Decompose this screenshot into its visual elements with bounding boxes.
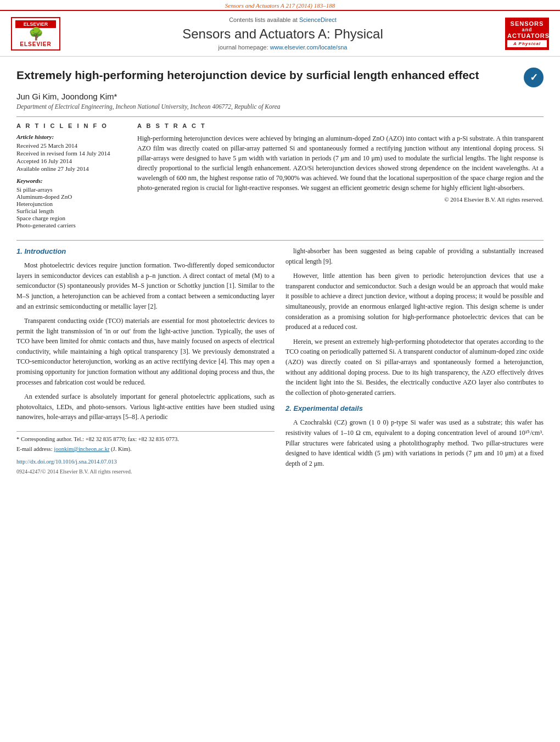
article-meta-section: A R T I C L E I N F O Article history: R…: [16, 116, 544, 229]
keyword-5: Space charge region: [16, 215, 126, 221]
footnote-area: * Corresponding author. Tel.: +82 32 835…: [16, 431, 275, 476]
section1-para1: Most photoelectric devices require junct…: [16, 260, 275, 311]
section1-para2: Transparent conducting oxide (TCO) mater…: [16, 316, 275, 387]
journal-logo-text: SENSORS and ACTUATORS A Physical: [505, 18, 549, 50]
journal-homepage: journal homepage: www.elsevier.com/locat…: [66, 44, 500, 51]
keyword-1: Si pillar-arrays: [16, 186, 126, 193]
keyword-2: Aluminum-doped ZnO: [16, 193, 126, 200]
sciencedirect-anchor[interactable]: ScienceDirect: [299, 16, 337, 23]
footnote-email: E-mail address: joonkim@incheon.ac.kr (J…: [16, 445, 275, 454]
email-label: E-mail address:: [16, 446, 54, 452]
sensors-actuators-logo: SENSORS and ACTUATORS A Physical: [505, 18, 549, 50]
received-date: Received 25 March 2014: [16, 142, 126, 149]
section2-para1: A Czochralski (CZ) grown (1 0 0) p-type …: [285, 417, 544, 468]
article-content: Extremely high-performing heterojunction…: [0, 57, 560, 487]
affiliation: Department of Electrical Engineering, In…: [16, 103, 544, 110]
right-para1: light-absorber has been suggested as bei…: [285, 246, 544, 266]
sciencedirect-link: Contents lists available at ScienceDirec…: [66, 16, 500, 23]
article-info-col: A R T I C L E I N F O Article history: R…: [16, 122, 126, 229]
footnote-corresponding: * Corresponding author. Tel.: +82 32 835…: [16, 435, 275, 444]
keyword-3: Heterojunction: [16, 200, 126, 207]
available-date: Available online 27 July 2014: [16, 165, 126, 172]
journal-title: Sensors and Actuators A: Physical: [66, 26, 500, 42]
body-columns: 1. Introduction Most photoelectric devic…: [16, 246, 544, 476]
article-history-label: Article history:: [16, 133, 126, 140]
crossmark-icon: ✓: [524, 68, 544, 87]
issn-line: 0924-4247/© 2014 Elsevier B.V. All right…: [16, 467, 275, 476]
keywords-label: Keywords:: [16, 177, 126, 184]
logo-tree-icon: 🌳: [15, 28, 56, 40]
section1-para3: An extended surface is absolutely import…: [16, 392, 275, 422]
abstract-heading: A B S T R A C T: [137, 122, 544, 129]
crossmark-badge: ✓: [524, 68, 544, 87]
journal-center: Contents lists available at ScienceDirec…: [66, 16, 500, 51]
authors: Jun Gi Kim, Joondong Kim*: [16, 92, 544, 101]
citation-text: Sensors and Actuators A 217 (2014) 183–1…: [225, 2, 335, 9]
section1-heading: 1. Introduction: [16, 246, 275, 257]
right-column: light-absorber has been suggested as bei…: [285, 246, 544, 476]
logo-name: ELSEVIER: [15, 41, 56, 47]
author-names: Jun Gi Kim, Joondong Kim*: [16, 92, 117, 101]
accepted-date: Accepted 16 July 2014: [16, 158, 126, 164]
right-para3: Herein, we present an extremely high-per…: [285, 337, 544, 398]
keywords-section: Keywords: Si pillar-arrays Aluminum-dope…: [16, 177, 126, 228]
right-para2: However, little attention has been given…: [285, 271, 544, 332]
keyword-4: Surficial length: [16, 208, 126, 214]
keyword-6: Photo-generated carriers: [16, 222, 126, 228]
section-divider: [16, 240, 544, 241]
doi-line: http://dx.doi.org/10.1016/j.sna.2014.07.…: [16, 458, 275, 466]
abstract-col: A B S T R A C T High-performing heteroju…: [137, 122, 544, 229]
section2-heading: 2. Experimental details: [285, 403, 544, 414]
journal-citation: Sensors and Actuators A 217 (2014) 183–1…: [0, 0, 560, 11]
homepage-link[interactable]: www.elsevier.com/locate/sna: [270, 44, 348, 51]
abstract-text: High-performing heterojunction devices w…: [137, 133, 544, 193]
copyright: © 2014 Elsevier B.V. All rights reserved…: [137, 196, 544, 203]
journal-header: ELSEVIER 🌳 ELSEVIER Contents lists avail…: [0, 11, 560, 57]
article-title: Extremely high-performing heterojunction…: [16, 68, 518, 82]
elsevier-logo: ELSEVIER 🌳 ELSEVIER: [11, 17, 60, 51]
received-revised-date: Received in revised form 14 July 2014: [16, 150, 126, 157]
article-info-heading: A R T I C L E I N F O: [16, 122, 126, 129]
email-link[interactable]: joonkim@incheon.ac.kr: [54, 446, 109, 452]
left-column: 1. Introduction Most photoelectric devic…: [16, 246, 275, 476]
doi-link[interactable]: http://dx.doi.org/10.1016/j.sna.2014.07.…: [16, 459, 117, 465]
article-title-area: Extremely high-performing heterojunction…: [16, 68, 544, 87]
